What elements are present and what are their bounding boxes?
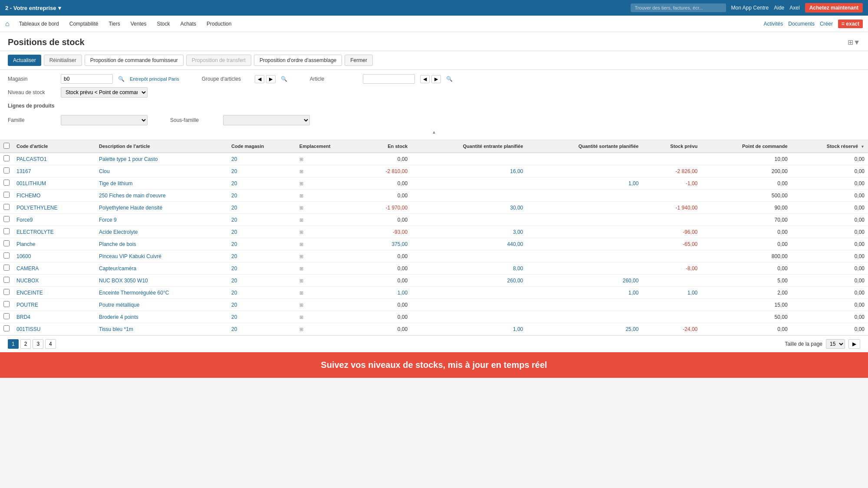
- row-checkbox[interactable]: [3, 192, 10, 198]
- magasin-link[interactable]: 20: [231, 156, 237, 162]
- fermer-button[interactable]: Fermer: [345, 55, 373, 66]
- filter-collapse-button[interactable]: ▲: [8, 129, 860, 135]
- row-checkbox-cell[interactable]: [0, 299, 13, 311]
- magasin-link[interactable]: 20: [231, 253, 237, 259]
- row-checkbox-cell[interactable]: [0, 262, 13, 275]
- nav-item-production[interactable]: Production: [202, 18, 236, 29]
- code-link[interactable]: Force9: [16, 217, 33, 223]
- description-link[interactable]: Broderie 4 points: [99, 314, 138, 320]
- description-link[interactable]: Capteur/caméra: [99, 265, 136, 272]
- row-checkbox-cell[interactable]: [0, 250, 13, 262]
- company-selector[interactable]: 2 - Votre entreprise ▾: [5, 5, 61, 11]
- proposition-ordre-button[interactable]: Proposition d'ordre d'assemblage: [254, 55, 342, 66]
- app-centre-link[interactable]: Mon App Centre: [731, 5, 769, 11]
- row-emplacement[interactable]: ⊞: [296, 262, 362, 275]
- row-emplacement[interactable]: ⊞: [296, 177, 362, 190]
- row-emplacement[interactable]: ⊞: [296, 287, 362, 299]
- location-icon[interactable]: ⊞: [299, 205, 303, 210]
- row-checkbox[interactable]: [3, 155, 10, 161]
- row-checkbox[interactable]: [3, 228, 10, 234]
- select-all-checkbox[interactable]: [3, 143, 10, 149]
- description-link[interactable]: Pinceau VIP Kabuki Cuivré: [99, 253, 161, 259]
- row-checkbox[interactable]: [3, 301, 10, 307]
- magasin-link[interactable]: 20: [231, 314, 237, 320]
- row-emplacement[interactable]: ⊞: [296, 153, 362, 165]
- magasin-input[interactable]: [61, 74, 113, 84]
- famille-select[interactable]: [61, 115, 148, 125]
- description-link[interactable]: Acide Electrolyte: [99, 229, 138, 235]
- activites-link[interactable]: Activités: [764, 21, 783, 27]
- row-checkbox-cell[interactable]: [0, 323, 13, 335]
- actualiser-button[interactable]: Actualiser: [8, 55, 41, 66]
- magasin-link[interactable]: 20: [231, 265, 237, 272]
- location-icon[interactable]: ⊞: [299, 157, 303, 162]
- row-emplacement[interactable]: ⊞: [296, 165, 362, 177]
- row-checkbox[interactable]: [3, 167, 10, 174]
- page-1-button[interactable]: 1: [8, 339, 19, 349]
- groupe-next-button[interactable]: ▶: [266, 75, 276, 83]
- code-link[interactable]: POUTRE: [16, 302, 38, 308]
- row-checkbox-cell[interactable]: [0, 177, 13, 190]
- column-settings-icon[interactable]: ⊞▼: [848, 38, 860, 46]
- article-next-button[interactable]: ▶: [431, 75, 441, 83]
- row-emplacement[interactable]: ⊞: [296, 275, 362, 287]
- row-emplacement[interactable]: ⊞: [296, 238, 362, 250]
- description-link[interactable]: Clou: [99, 168, 110, 174]
- description-link[interactable]: 250 Fiches de main d'oeuvre: [99, 193, 166, 199]
- location-icon[interactable]: ⊞: [299, 290, 303, 295]
- code-link[interactable]: POLYETHYLENE: [16, 205, 57, 211]
- row-checkbox-cell[interactable]: [0, 287, 13, 299]
- location-icon[interactable]: ⊞: [299, 181, 303, 186]
- nav-item-achats[interactable]: Achats: [176, 18, 201, 29]
- page-4-button[interactable]: 4: [45, 339, 56, 349]
- home-icon[interactable]: ⌂: [5, 20, 10, 28]
- groupe-prev-button[interactable]: ◀: [255, 75, 264, 83]
- description-link[interactable]: Planche de bois: [99, 241, 136, 247]
- code-link[interactable]: PALCASTO1: [16, 156, 47, 162]
- magasin-link[interactable]: 20: [231, 278, 237, 284]
- row-checkbox-cell[interactable]: [0, 202, 13, 214]
- code-link[interactable]: ENCEINTE: [16, 290, 43, 296]
- code-link[interactable]: CAMERA: [16, 265, 39, 272]
- description-link[interactable]: Tissu bleu *1m: [99, 326, 133, 332]
- description-link[interactable]: Polyethylene Haute densité: [99, 205, 162, 211]
- magasin-link[interactable]: 20: [231, 168, 237, 174]
- groupe-search-icon[interactable]: 🔍: [281, 76, 287, 82]
- description-link[interactable]: Tige de lithium: [99, 180, 133, 187]
- row-emplacement[interactable]: ⊞: [296, 190, 362, 202]
- location-icon[interactable]: ⊞: [299, 217, 303, 223]
- niveau-stock-select[interactable]: Stock prévu < Point de commande Tous En …: [61, 87, 148, 98]
- col-stock-reserve[interactable]: Stock réservé ▼: [791, 140, 868, 153]
- article-search-icon[interactable]: 🔍: [446, 76, 453, 82]
- creer-link[interactable]: Créer: [820, 21, 833, 27]
- row-checkbox[interactable]: [3, 216, 10, 222]
- row-checkbox[interactable]: [3, 325, 10, 331]
- row-emplacement[interactable]: ⊞: [296, 214, 362, 226]
- nav-item-ventes[interactable]: Ventes: [126, 18, 151, 29]
- magasin-link[interactable]: 20: [231, 205, 237, 211]
- row-emplacement[interactable]: ⊞: [296, 299, 362, 311]
- row-checkbox-cell[interactable]: [0, 165, 13, 177]
- magasin-link[interactable]: 20: [231, 217, 237, 223]
- code-link[interactable]: NUCBOX: [16, 278, 39, 284]
- description-link[interactable]: NUC BOX 3050 W10: [99, 278, 148, 284]
- row-checkbox-cell[interactable]: [0, 275, 13, 287]
- magasin-link[interactable]: 20: [231, 180, 237, 187]
- row-emplacement[interactable]: ⊞: [296, 323, 362, 335]
- sous-famille-select[interactable]: [223, 115, 310, 125]
- row-checkbox-cell[interactable]: [0, 311, 13, 323]
- location-icon[interactable]: ⊞: [299, 169, 303, 174]
- location-icon[interactable]: ⊞: [299, 314, 303, 320]
- location-icon[interactable]: ⊞: [299, 266, 303, 271]
- location-icon[interactable]: ⊞: [299, 327, 303, 332]
- page-next-arrow[interactable]: ▶: [848, 339, 860, 349]
- nav-item-tableaux[interactable]: Tableaux de bord: [15, 18, 63, 29]
- magasin-link[interactable]: 20: [231, 193, 237, 199]
- description-link[interactable]: Force 9: [99, 217, 117, 223]
- row-checkbox[interactable]: [3, 180, 10, 186]
- location-icon[interactable]: ⊞: [299, 302, 303, 308]
- nav-item-comptabilite[interactable]: Comptabilité: [65, 18, 103, 29]
- help-link[interactable]: Aide: [774, 5, 784, 11]
- row-checkbox[interactable]: [3, 289, 10, 295]
- code-link[interactable]: ELECTROLYTE: [16, 229, 54, 235]
